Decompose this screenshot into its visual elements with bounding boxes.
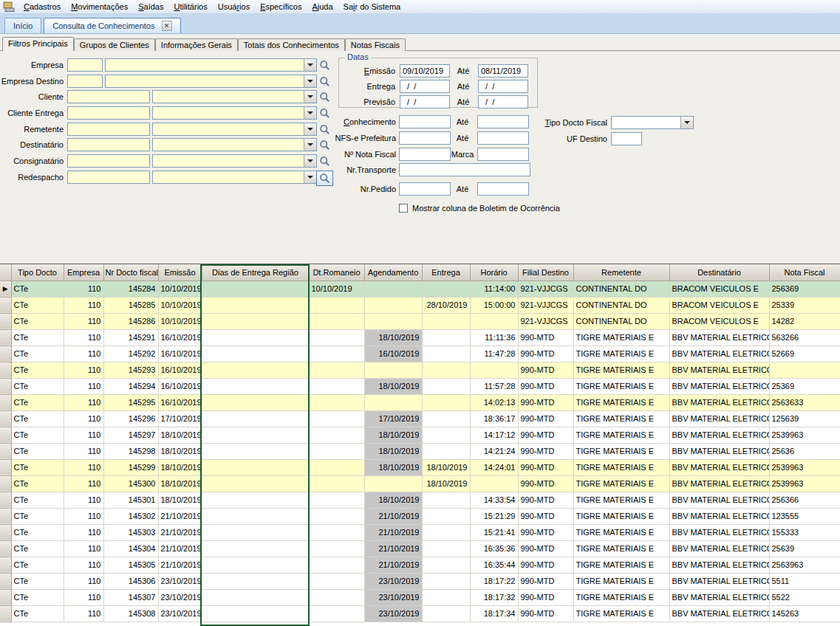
row-indicator [0,427,11,443]
table-row[interactable]: ▶CTe11014528410/10/201910/10/201911:14:0… [0,281,840,297]
cliente-entrega-code-input[interactable] [67,106,150,120]
datas-group-title: Datas [345,52,371,61]
table-row[interactable]: CTe11014530723/10/201923/10/201918:17:32… [0,589,840,605]
combo-arrow-icon[interactable] [304,75,316,87]
column-header-agendamento[interactable]: Agendamento [364,264,422,281]
boletim-checkbox-row[interactable]: Mostrar coluna de Boletim de Ocorrência [399,204,560,213]
row-indicator [0,410,11,427]
nr-pedido-ate-input[interactable] [477,182,529,196]
empresa-destino-code-input[interactable] [67,75,103,88]
consignatario-code-input[interactable] [67,154,150,168]
tab-inicio-label: Início [13,21,33,30]
destinatario-code-input[interactable] [67,138,150,151]
table-row[interactable]: CTe11014530521/10/201921/10/201916:35:44… [0,557,840,573]
menu-item-utilitarios[interactable]: Utilitários [168,1,212,13]
row-indicator [0,508,11,524]
nfs-e-prefeitura-input[interactable] [399,131,451,145]
column-header-tipo-docto[interactable]: Tipo Docto [11,264,64,281]
menu-item-especificos[interactable]: Específicos [255,1,307,13]
column-header-nr-docto-fiscal[interactable]: Nr Docto fiscal [103,264,158,281]
boletim-checkbox[interactable] [399,204,408,213]
table-row[interactable]: CTe11014529516/10/201914:02:13990-MTDTIG… [0,394,840,410]
table-row[interactable]: CTe11014528510/10/201928/10/201915:00:00… [0,297,840,313]
combo-arrow-icon[interactable] [304,91,316,103]
empresa-destino-search-icon[interactable] [318,75,331,88]
empresa-destino-combo[interactable] [105,75,317,88]
table-row[interactable]: CTe11014530321/10/201921/10/201915:21:41… [0,524,840,540]
row-indicator [0,443,11,459]
empresa-search-icon[interactable] [318,59,331,72]
conhecimento-input[interactable] [399,115,451,128]
results-grid: Tipo DoctoEmpresaNr Docto fiscalEmissãoD… [0,264,840,626]
page-tab-notas-fiscais[interactable]: Notas Fiscais [345,38,406,51]
previsao-from-input[interactable] [400,95,450,109]
table-row[interactable]: CTe11014530221/10/201921/10/201915:21:29… [0,508,840,524]
row-indicator [0,589,11,605]
page-tab-totais-dos-conhecimentos[interactable]: Totais dos Conhecimentos [238,38,345,51]
row-indicator [0,540,11,557]
field-label-ate: Até [449,185,476,193]
table-row[interactable]: CTe11014529918/10/201918/10/201918/10/20… [0,459,840,475]
cliente-code-input[interactable] [67,90,150,103]
menu-item-movimentacoes[interactable]: Movimentações [66,1,133,13]
nr-pedido-input[interactable] [399,182,451,196]
column-header-dt-romaneio[interactable]: Dt.Romaneio [309,264,364,281]
entrega-to-input[interactable] [478,80,528,93]
emissao-from-input[interactable] [400,64,450,78]
table-row[interactable]: CTe11014529718/10/201918/10/201914:17:12… [0,427,840,443]
cliente-combo[interactable] [152,90,317,103]
emissao-to-input[interactable] [478,64,528,78]
tab-consulta-de-conhecimentos[interactable]: Consulta de Conhecimentos ✕ [44,18,180,33]
empresa-combo[interactable] [105,58,317,72]
entrega-from-input[interactable] [400,80,450,93]
close-tab-icon[interactable]: ✕ [162,21,172,31]
table-row[interactable]: CTe11014529617/10/201917/10/201918:36:17… [0,410,840,427]
tipo-docto-fiscal-combo[interactable] [611,116,694,129]
table-row[interactable]: CTe11014529216/10/201916/10/201911:47:28… [0,345,840,362]
n-nota-fiscal-marca-input[interactable] [477,148,529,161]
column-header-empresa[interactable]: Empresa [64,264,103,281]
table-row[interactable]: CTe11014529316/10/2019990-MTDTIGRE MATER… [0,362,840,378]
row-indicator [0,378,11,394]
field-label-ate: Até [449,117,476,126]
menu-item-usuarios[interactable]: Usuários [213,1,255,13]
previsao-to-input[interactable] [478,95,528,109]
page-tab-grupos-de-clientes[interactable]: Grupos de Clientes [74,38,155,51]
row-indicator: ▶ [0,281,11,297]
menu-item-saidas[interactable]: Saídas [133,1,168,13]
combo-arrow-icon[interactable] [680,117,693,128]
row-indicator [0,524,11,540]
column-header-entrega[interactable]: Entrega [422,264,470,281]
field-label-emissao: Emissão [339,66,395,75]
column-header-filial-destino[interactable]: Filial Destino [518,264,573,281]
column-header-horario[interactable]: Horário [470,264,518,281]
redespacho-code-input[interactable] [67,171,150,184]
menu-item-sair-do-sistema[interactable]: Sair do Sistema [338,1,406,13]
tab-inicio[interactable]: Início [4,18,41,33]
n-nota-fiscal-input[interactable] [399,148,451,161]
remetente-code-input[interactable] [67,123,150,136]
column-header-dias-de-entrega-regiao[interactable]: Dias de Entrega Região [202,264,309,281]
page-tab-filtros-principais[interactable]: Filtros Principais [2,37,74,51]
table-row[interactable]: CTe11014530421/10/201921/10/201916:35:36… [0,540,840,557]
uf-destino-input[interactable] [611,132,642,145]
nr-transporte-input[interactable] [399,163,530,176]
combo-arrow-icon[interactable] [304,59,316,71]
column-header-remetente[interactable]: Remetente [573,264,669,281]
table-row[interactable]: CTe11014529116/10/201918/10/201911:11:36… [0,329,840,345]
table-row[interactable]: CTe11014529416/10/201918/10/201911:57:28… [0,378,840,394]
table-row[interactable]: CTe11014529818/10/201918/10/201914:21:24… [0,443,840,459]
table-row[interactable]: CTe11014530018/10/201918/10/2019990-MTDT… [0,475,840,492]
column-header-destinatario[interactable]: Destinatário [669,264,769,281]
column-header-nota-fiscal[interactable]: Nota Fiscal [769,264,840,281]
empresa-code-input[interactable] [67,58,103,72]
table-row[interactable]: CTe11014528610/10/2019921-VJJCGSCONTINEN… [0,313,840,329]
cliente-search-icon[interactable] [318,91,331,103]
table-row[interactable]: CTe11014530823/10/201923/10/201918:17:34… [0,605,840,622]
table-row[interactable]: CTe11014530623/10/201923/10/201918:17:22… [0,573,840,589]
menu-item-cadastros[interactable]: Cadastros [18,1,66,13]
page-tab-informacoes-gerais[interactable]: Informações Gerais [155,38,238,51]
menu-item-ajuda[interactable]: Ajuda [307,1,338,13]
table-row[interactable]: CTe11014530118/10/201918/10/201914:33:54… [0,492,840,508]
column-header-emissao[interactable]: Emissão [158,264,202,281]
